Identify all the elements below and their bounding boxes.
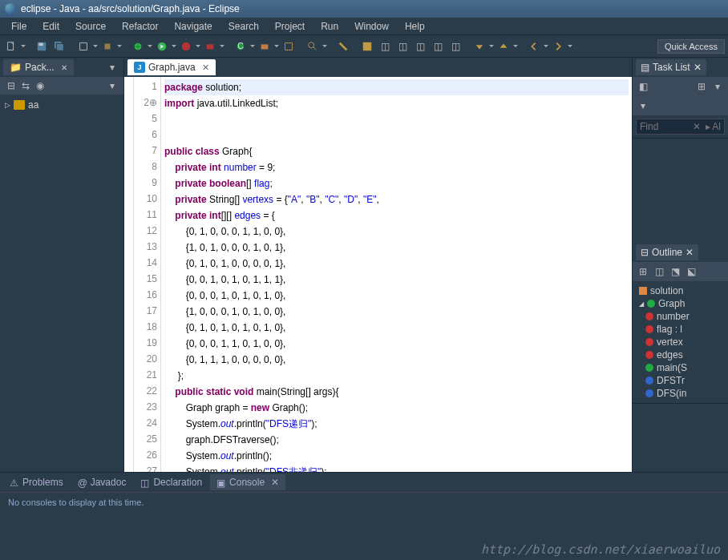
view-menu-icon[interactable]: ▾ <box>104 59 120 75</box>
menu-project[interactable]: Project <box>267 19 313 34</box>
nav-icon[interactable]: ◫ <box>377 38 393 54</box>
tab-label: Task List <box>653 62 690 73</box>
code-editor[interactable]: 12⊕5678910111213141516171819202122232425… <box>124 77 632 472</box>
close-icon[interactable]: ✕ <box>271 477 279 488</box>
save-all-icon[interactable] <box>51 38 67 54</box>
run-icon[interactable] <box>154 38 170 54</box>
dropdown-icon[interactable] <box>196 42 200 50</box>
quick-access-input[interactable]: Quick Access <box>657 39 725 54</box>
svg-rect-5 <box>80 42 87 50</box>
sort-icon[interactable]: ⊞ <box>636 264 650 279</box>
dropdown-icon[interactable] <box>544 42 548 50</box>
outline-item[interactable]: edges <box>634 348 726 361</box>
dropdown-icon[interactable] <box>220 42 224 50</box>
focus-task-icon[interactable]: ◉ <box>34 79 47 92</box>
open-type-icon[interactable] <box>75 38 91 54</box>
dropdown-icon[interactable] <box>274 42 279 50</box>
editor-tab[interactable]: J Graph.java ✕ <box>127 59 216 75</box>
ext-tools-icon[interactable] <box>202 38 218 54</box>
line-number: 1 <box>137 79 157 95</box>
clear-icon[interactable]: ✕ <box>693 121 701 132</box>
dropdown-icon[interactable] <box>148 42 152 50</box>
line-number: 22 <box>137 383 157 399</box>
expand-icon[interactable]: ▷ <box>5 101 10 109</box>
line-number: 16 <box>137 287 157 303</box>
bottom-tab-declaration[interactable]: ◫Declaration <box>134 474 208 490</box>
prev-annotation-icon[interactable] <box>471 38 487 54</box>
bottom-tab-problems[interactable]: ⚠Problems <box>3 474 70 490</box>
new-icon[interactable] <box>3 38 19 54</box>
project-tree[interactable]: ▷ aa <box>0 95 123 115</box>
next-annotation-icon[interactable] <box>495 38 512 54</box>
close-icon[interactable]: ✕ <box>202 62 209 73</box>
dropdown-icon[interactable] <box>117 42 122 50</box>
outline-item[interactable]: ◢Graph <box>634 297 726 310</box>
dropdown-icon[interactable] <box>250 42 255 50</box>
tree-project[interactable]: ▷ aa <box>5 98 119 112</box>
bottom-tab-console[interactable]: ▣Console✕ <box>210 474 285 490</box>
hide-fields-icon[interactable]: ◫ <box>652 264 666 279</box>
close-icon[interactable]: ✕ <box>694 62 702 73</box>
dropdown-icon[interactable] <box>93 42 98 50</box>
new-task-icon[interactable]: ◧ <box>636 79 650 94</box>
line-number: 6 <box>137 127 157 143</box>
outline-item[interactable]: DFSTr <box>634 374 726 387</box>
collapse-all-icon[interactable]: ⊟ <box>5 79 18 92</box>
editor-area: J Graph.java ✕ 12⊕5678910111213141516171… <box>124 58 632 472</box>
outline-icon: ⊟ <box>641 247 649 258</box>
view-menu-icon[interactable]: ▾ <box>106 79 119 92</box>
categorized-icon[interactable]: ⊞ <box>694 79 709 94</box>
dropdown-icon[interactable] <box>21 42 26 50</box>
hide-static-icon[interactable]: ⬔ <box>668 264 682 279</box>
outline-item[interactable]: vertex <box>634 336 726 348</box>
dropdown-icon[interactable] <box>489 42 494 50</box>
menu-help[interactable]: Help <box>397 19 433 34</box>
menu-file[interactable]: File <box>3 19 34 34</box>
link-editor-icon[interactable]: ⇆ <box>19 79 32 92</box>
new-class-icon[interactable]: C <box>233 38 249 54</box>
menu-run[interactable]: Run <box>313 19 346 34</box>
close-icon[interactable]: ✕ <box>61 63 67 72</box>
menu-navigate[interactable]: Navigate <box>166 19 220 34</box>
menu-refactor[interactable]: Refactor <box>114 19 166 34</box>
dropdown-icon[interactable] <box>568 42 572 50</box>
menu-edit[interactable]: Edit <box>34 19 67 34</box>
back-icon[interactable] <box>526 38 542 54</box>
outline-item[interactable]: DFS(in <box>634 387 726 400</box>
build-icon[interactable] <box>99 38 115 54</box>
outline-item[interactable]: number <box>634 310 726 323</box>
coverage-icon[interactable] <box>178 38 194 54</box>
nav-icon[interactable]: ◫ <box>394 38 411 54</box>
new-package-icon[interactable] <box>257 38 273 54</box>
outline-item[interactable]: flag : l <box>634 323 726 336</box>
toggle-mark-icon[interactable] <box>335 38 351 54</box>
task-list-tab[interactable]: ▤ Task List ✕ <box>636 59 706 75</box>
package-explorer-tab[interactable]: 📁 Pack... ✕ <box>3 59 74 75</box>
code-content[interactable]: package solution;import java.util.Linked… <box>161 77 632 472</box>
forward-icon[interactable] <box>550 38 566 54</box>
dropdown-icon[interactable] <box>172 42 176 50</box>
dropdown-icon[interactable] <box>513 42 518 50</box>
search-icon[interactable] <box>305 38 321 54</box>
outline-tree[interactable]: solution◢Graphnumberflag : lvertexedgesm… <box>633 281 728 403</box>
view-menu-icon[interactable]: ▾ <box>710 79 725 94</box>
debug-icon[interactable] <box>130 38 146 54</box>
nav-icon[interactable]: ◫ <box>447 38 463 54</box>
open-task-icon[interactable] <box>281 38 297 54</box>
pin-icon[interactable] <box>359 38 375 54</box>
hide-non-public-icon[interactable]: ⬕ <box>684 264 698 279</box>
view-menu-icon[interactable]: ▾ <box>636 99 650 113</box>
dropdown-icon[interactable] <box>322 42 327 50</box>
menu-source[interactable]: Source <box>67 19 114 34</box>
menu-window[interactable]: Window <box>346 19 397 34</box>
outline-item[interactable]: solution <box>634 284 726 297</box>
outline-tab[interactable]: ⊟ Outline ✕ <box>636 244 698 260</box>
save-icon[interactable] <box>34 38 50 54</box>
close-icon[interactable]: ✕ <box>686 247 694 258</box>
menu-search[interactable]: Search <box>220 19 267 34</box>
outline-item[interactable]: main(S <box>634 361 726 374</box>
find-input[interactable]: Find ✕ ▸ Al <box>636 119 725 135</box>
nav-icon[interactable]: ◫ <box>412 38 428 54</box>
bottom-tab-javadoc[interactable]: @Javadoc <box>71 474 133 490</box>
nav-icon[interactable]: ◫ <box>430 38 446 54</box>
